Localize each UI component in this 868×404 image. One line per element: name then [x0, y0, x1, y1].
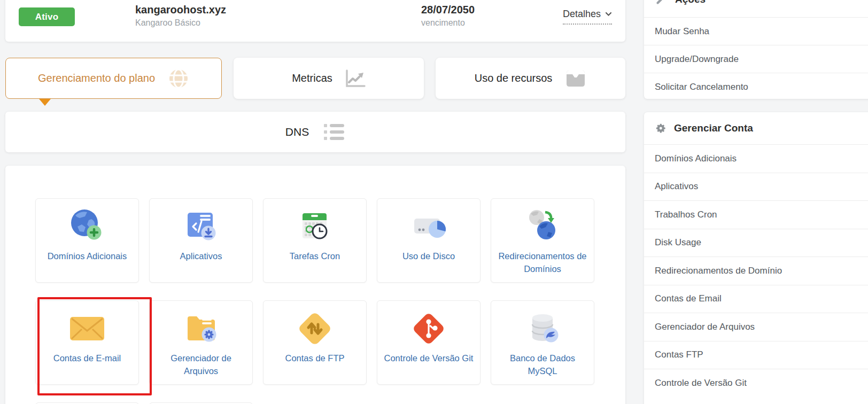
tile-label: Contas de FTP [280, 352, 350, 365]
tile-aplicativos[interactable]: Aplicativos [149, 198, 253, 283]
sidebar-item-controle-de-versao-git[interactable]: Controle de Versão Git [644, 369, 868, 397]
mysql-database-icon [523, 309, 562, 348]
sidebar-item-contas-ftp[interactable]: Contas FTP [644, 341, 868, 369]
features-card: Domínios Adicionais Aplicativos Tarefas … [5, 166, 625, 404]
tile-label: Controle de Versão Git [379, 352, 479, 365]
account-panel: Gerenciar Conta Domínios AdicionaisAplic… [644, 112, 868, 404]
tile-label: Uso de Disco [397, 250, 460, 263]
ftp-arrows-icon [296, 309, 334, 348]
plan-name: Kangaroo Básico [135, 18, 226, 28]
sidebar-item-trabalhos-cron[interactable]: Trabalhos Cron [644, 200, 868, 229]
status-badge: Ativo [19, 7, 75, 26]
sidebar-item-aplicativos[interactable]: Aplicativos [644, 173, 868, 201]
git-icon [409, 309, 448, 348]
folder-gear-icon [182, 309, 220, 348]
dns-card[interactable]: DNS [5, 112, 625, 152]
actions-list: Mudar SenhaUpgrade/DowngradeSolicitar Ca… [644, 18, 868, 99]
app-install-icon [182, 207, 220, 246]
tab-uso-de-recursos[interactable]: Uso de recursos [436, 58, 625, 99]
globe-add-icon [68, 207, 106, 246]
account-header: Gerenciar Conta [644, 112, 868, 145]
account-list: Domínios AdicionaisAplicativosTrabalhos … [644, 145, 868, 397]
globe-icon [168, 68, 189, 89]
tile-contas-de-e-mail[interactable]: Contas de E-mail [35, 300, 139, 385]
tile-label: Contas de E-mail [48, 352, 127, 365]
tab-label: Gerenciamento do plano [38, 72, 155, 84]
dns-label: DNS [285, 126, 309, 138]
actions-header: Ações [644, 0, 868, 18]
tile-label: Aplicativos [175, 250, 228, 263]
sidebar-item-gerenciador-de-arquivos[interactable]: Gerenciador de Arquivos [644, 313, 868, 341]
tile-dominios-adicionais[interactable]: Domínios Adicionais [35, 198, 139, 283]
domain-block: kangaroohost.xyz Kangaroo Básico [135, 4, 226, 28]
tile-contas-de-ftp[interactable]: Contas de FTP [263, 300, 367, 385]
envelope-icon [68, 309, 106, 348]
tile-tarefas-cron[interactable]: Tarefas Cron [263, 198, 367, 283]
sidebar-item-redirecionamentos-de-dominio[interactable]: Redirecionamentos de Domínio [644, 257, 868, 285]
domain-name: kangaroohost.xyz [135, 4, 226, 16]
tab-gerenciamento-do-plano[interactable]: Gerenciamento do plano [5, 58, 222, 99]
feature-tile-grid: Domínios Adicionais Aplicativos Tarefas … [35, 198, 594, 404]
details-label: Detalhes [563, 9, 601, 20]
disk-pie-icon [409, 207, 448, 246]
expiry-date: 28/07/2050 [421, 4, 475, 16]
calendar-clock-icon [296, 207, 334, 246]
domain-redirect-icon [523, 207, 562, 246]
tile-label: Redirecionamentos de Domínios [491, 250, 594, 276]
sidebar-item-dominios-adicionais[interactable]: Domínios Adicionais [644, 145, 868, 173]
sidebar-item-contas-de-email[interactable]: Contas de Email [644, 285, 868, 313]
sidebar-item-disk-usage[interactable]: Disk Usage [644, 229, 868, 257]
list-icon [323, 122, 345, 142]
tile-banco-de-dados-mysql[interactable]: Banco de Dados MySQL [491, 300, 594, 385]
expiry-block: 28/07/2050 vencimento [421, 4, 475, 28]
line-chart-icon [345, 69, 366, 88]
domain-summary-card: Ativo kangaroohost.xyz Kangaroo Básico 2… [5, 0, 625, 42]
chevron-down-icon [605, 12, 612, 17]
plan-tabs: Gerenciamento do plano Metricas Uso de r… [5, 58, 625, 99]
details-dropdown[interactable]: Detalhes [563, 9, 612, 25]
gear-icon [655, 122, 666, 134]
tile-redirecionamentos-de-dominios[interactable]: Redirecionamentos de Domínios [491, 198, 594, 283]
sidebar-item-mudar-senha[interactable]: Mudar Senha [644, 18, 868, 45]
sidebar-item-upgrade-downgrade[interactable]: Upgrade/Downgrade [644, 45, 868, 73]
tile-label: Gerenciador de Arquivos [150, 352, 252, 378]
tab-label: Uso de recursos [475, 72, 553, 84]
account-title: Gerenciar Conta [674, 122, 753, 134]
inbox-icon [565, 69, 586, 88]
actions-title: Ações [675, 0, 706, 5]
actions-panel: Ações Mudar SenhaUpgrade/DowngradeSolici… [644, 0, 868, 99]
sidebar-item-solicitar-cancelamento[interactable]: Solicitar Cancelamento [644, 73, 868, 99]
page: Ativo kangaroohost.xyz Kangaroo Básico 2… [0, 0, 868, 404]
tile-controle-de-versao-git[interactable]: Controle de Versão Git [377, 300, 480, 385]
tile-gerenciador-de-arquivos[interactable]: Gerenciador de Arquivos [149, 300, 253, 385]
tile-label: Domínios Adicionais [42, 250, 133, 263]
tab-metricas[interactable]: Metricas [234, 58, 424, 99]
tile-label: Banco de Dados MySQL [491, 352, 594, 378]
tile-uso-de-disco[interactable]: Uso de Disco [377, 198, 480, 283]
wrench-icon [655, 0, 668, 6]
tab-label: Metricas [292, 72, 332, 84]
tile-label: Tarefas Cron [284, 250, 345, 263]
expiry-label: vencimento [421, 18, 475, 28]
